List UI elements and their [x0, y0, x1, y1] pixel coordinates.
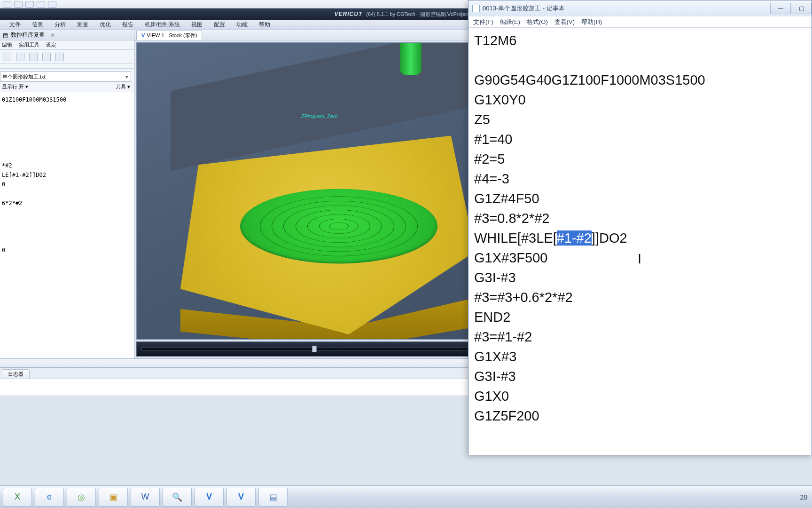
taskbar-excel[interactable]: X — [3, 488, 32, 507]
pocket — [240, 189, 437, 264]
menu-info[interactable]: 信息 — [32, 21, 43, 29]
menu-help[interactable]: 帮助 — [259, 21, 270, 29]
log-tab[interactable]: 日志器 — [2, 369, 30, 379]
origin-label: ZProgram_Zero — [301, 113, 338, 119]
np-menu-view[interactable]: 查看(V) — [554, 18, 575, 26]
menu-config[interactable]: 配置 — [214, 21, 225, 29]
text-selection: #1-#2 — [557, 230, 592, 246]
panel-tab-icon: ▤ — [3, 32, 8, 39]
binoculars-icon[interactable] — [3, 53, 11, 61]
notepad-window: 0013-单个圆形腔加工 - 记事本 — ▢ 文件(F) 编辑(E) 格式(O)… — [468, 0, 812, 455]
np-menu-file[interactable]: 文件(F) — [473, 18, 493, 26]
taskbar-ie[interactable]: e — [35, 488, 64, 507]
menu-report[interactable]: 报告 — [122, 21, 133, 29]
qat-icon[interactable] — [48, 1, 56, 8]
qat-icon[interactable] — [25, 1, 34, 8]
product-name: VERICUT — [335, 11, 363, 17]
stock — [174, 127, 475, 334]
print-icon[interactable] — [29, 53, 38, 61]
vericut-icon: V — [141, 32, 145, 38]
subtab-edit[interactable]: 编辑 — [2, 41, 12, 48]
panel-tab[interactable]: ▤ 数控程序复查 ✕ — [0, 30, 134, 40]
nc-code-preview[interactable]: 01Z100F1000M03S1500 *#2 LE[#1-#2]]DO2 0 … — [0, 92, 134, 358]
notepad-title: 0013-单个圆形腔加工 - 记事本 — [483, 4, 565, 13]
title-suffix: (64) 8.1.1 by CGTech - 圆形腔铣削.VcProject (… — [366, 11, 477, 18]
taskbar-browser[interactable]: ◎ — [67, 488, 96, 507]
notepad-window-controls: — ▢ — [770, 3, 812, 14]
menu-measure[interactable]: 测量 — [77, 21, 88, 29]
menu-view[interactable]: 视图 — [191, 21, 203, 29]
menu-file[interactable]: 文件 — [9, 21, 21, 29]
np-menu-edit[interactable]: 编辑(E) — [500, 18, 520, 26]
display-row-right[interactable]: 刀具 ▾ — [116, 83, 130, 90]
view-tab-label: VIEW 1 - Stock (零件) — [147, 32, 197, 39]
menu-optimize[interactable]: 优化 — [100, 21, 111, 29]
menu-analyze[interactable]: 分析 — [55, 21, 66, 29]
chevron-down-icon: ▾ — [123, 74, 131, 80]
subtab-settings[interactable]: 设定 — [46, 41, 56, 48]
display-row-left[interactable]: 显示行 开 ▾ — [2, 83, 28, 90]
subtab-tools[interactable]: 实用工具 — [19, 41, 39, 48]
taskbar-word[interactable]: W — [131, 488, 160, 507]
taskbar-clock[interactable]: 20 — [800, 493, 807, 501]
qat-icon[interactable] — [37, 1, 45, 8]
panel-tab-title: 数控程序复查 — [11, 31, 45, 39]
np-menu-help[interactable]: 帮助(H) — [581, 18, 602, 26]
text-cursor: I — [638, 249, 641, 269]
panel-toolbar — [0, 50, 134, 64]
view-tab-1[interactable]: V VIEW 1 - Stock (零件) — [136, 31, 202, 40]
replace-icon[interactable] — [16, 53, 24, 61]
tool-holder — [400, 42, 422, 75]
np-menu-format[interactable]: 格式(O) — [527, 18, 548, 26]
notepad-icon — [472, 5, 480, 12]
display-row: 显示行 开 ▾ 刀具 ▾ — [0, 82, 134, 92]
panel-close-icon[interactable]: ✕ — [50, 32, 55, 39]
menu-function[interactable]: 功能 — [236, 21, 248, 29]
np-minimize-button[interactable]: — — [770, 3, 791, 14]
taskbar-notepad[interactable]: ▤ — [258, 488, 288, 507]
qat-icon[interactable] — [3, 1, 11, 8]
file-dropdown[interactable]: 单个圆形腔加工.txt ▾ — [0, 71, 131, 82]
taskbar-vericut-1[interactable]: V — [195, 488, 224, 507]
taskbar-vericut-2[interactable]: V — [226, 488, 256, 507]
taskbar: X e ◎ ▣ W 🔍 V V ▤ 20 — [0, 485, 812, 508]
notepad-title-bar[interactable]: 0013-单个圆形腔加工 - 记事本 — ▢ — [468, 0, 812, 16]
qat-icon[interactable] — [14, 1, 23, 8]
split-h-icon[interactable] — [42, 53, 51, 61]
taskbar-magnifier[interactable]: 🔍 — [163, 488, 192, 507]
file-dropdown-value: 单个圆形腔加工.txt — [2, 73, 46, 80]
notepad-menu-bar: 文件(F) 编辑(E) 格式(O) 查看(V) 帮助(H) — [468, 16, 812, 28]
taskbar-explorer[interactable]: ▣ — [99, 488, 128, 507]
panel-subtabs: 编辑 实用工具 设定 — [0, 40, 134, 50]
left-panel: ▤ 数控程序复查 ✕ 编辑 实用工具 设定 单个圆形腔加工.txt ▾ 显示行 … — [0, 30, 134, 358]
slider-thumb[interactable] — [312, 346, 317, 352]
notepad-text-area[interactable]: T12M6 G90G54G40G1Z100F1000M03S1500 G1X0Y… — [468, 28, 812, 455]
menu-machine[interactable]: 机床/控制系统 — [145, 21, 180, 29]
np-maximize-button[interactable]: ▢ — [791, 3, 812, 14]
split-v-icon[interactable] — [55, 53, 64, 61]
